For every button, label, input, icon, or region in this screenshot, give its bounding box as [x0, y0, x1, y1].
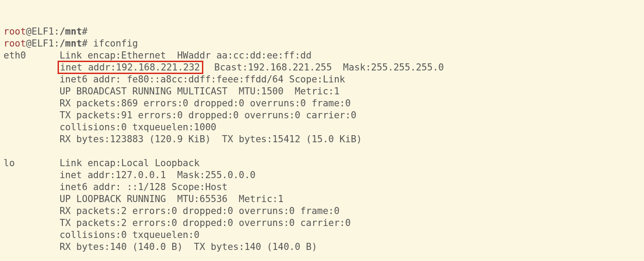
eth0-link-line: Link encap:Ethernet HWaddr aa:cc:dd:ee:f…	[59, 50, 311, 61]
prompt-host: ELF1	[31, 26, 54, 37]
prompt-hash: #	[82, 26, 88, 37]
prompt-line-1: root@ELF1:/mnt#	[4, 26, 88, 37]
lo-collisions: collisions:0 txqueuelen:0	[59, 230, 199, 240]
lo-bytes: RX bytes:140 (140.0 B) TX bytes:140 (140…	[59, 242, 317, 252]
iface-eth0-name: eth0	[4, 50, 26, 61]
iface-lo-name: lo	[4, 158, 15, 168]
lo-inet6-line: inet6 addr: ::1/128 Scope:Host	[59, 182, 227, 192]
prompt-path: /mnt	[59, 26, 82, 37]
eth0-inet6-line: inet6 addr: fe80::a8cc:ddff:feee:ffdd/64…	[59, 74, 345, 85]
lo-link-line: Link encap:Local Loopback	[59, 158, 199, 168]
prompt-user: root	[4, 26, 26, 37]
eth0-inet-highlight: inet addr:192.168.221.232	[58, 61, 203, 74]
terminal-output[interactable]: root@ELF1:/mnt# root@ELF1:/mnt# ifconfig…	[4, 26, 640, 261]
prompt-colon: :	[54, 26, 60, 37]
lo-tx-packets: TX packets:2 errors:0 dropped:0 overruns…	[59, 218, 350, 228]
lo-rx-packets: RX packets:2 errors:0 dropped:0 overruns…	[59, 206, 339, 216]
lo-flags-line: UP LOOPBACK RUNNING MTU:65536 Metric:1	[59, 194, 283, 204]
eth0-inet-rest: Bcast:192.168.221.255 Mask:255.255.255.0	[203, 62, 444, 73]
lo-inet-line: inet addr:127.0.0.1 Mask:255.0.0.0	[59, 170, 256, 180]
eth0-rx-packets: RX packets:869 errors:0 dropped:0 overru…	[59, 98, 350, 109]
prompt-at: @	[26, 26, 32, 37]
eth0-collisions: collisions:0 txqueuelen:1000	[59, 122, 216, 132]
eth0-bytes: RX bytes:123883 (120.9 KiB) TX bytes:154…	[59, 134, 362, 144]
eth0-flags-line: UP BROADCAST RUNNING MULTICAST MTU:1500 …	[59, 86, 339, 97]
command-ifconfig: ifconfig	[93, 38, 138, 49]
prompt-line-2: root@ELF1:/mnt#	[4, 38, 88, 49]
eth0-tx-packets: TX packets:91 errors:0 dropped:0 overrun…	[59, 110, 356, 121]
